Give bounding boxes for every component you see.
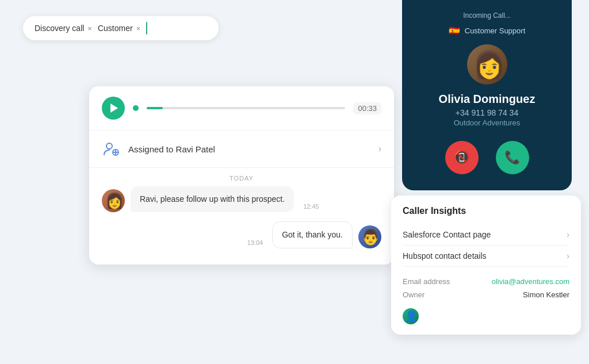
caller-phone: +34 911 98 74 34 xyxy=(416,108,558,117)
caller-insights-card: Caller Insights Salesforce Contact page … xyxy=(391,196,581,335)
caller-name: Olivia Dominguez xyxy=(416,93,558,106)
salesforce-link[interactable]: Salesforce Contact page › xyxy=(403,224,569,246)
tag-label-discovery: Discovery call xyxy=(35,24,84,33)
assigned-text: Assigned to Ravi Patel xyxy=(128,144,215,154)
assigned-row[interactable]: Assigned to Ravi Patel › xyxy=(89,131,394,168)
email-label: Email address xyxy=(403,277,450,286)
avatar-receiver xyxy=(358,225,381,248)
salesforce-chevron-icon: › xyxy=(567,230,569,239)
owner-avatar xyxy=(403,308,419,324)
decline-call-button[interactable]: 📵 xyxy=(445,141,479,174)
message-time-incoming: 12:45 xyxy=(303,203,319,212)
bubble-outgoing: Got it, thank you. xyxy=(272,221,353,248)
tag-customer[interactable]: Customer × xyxy=(98,24,140,33)
chevron-right-icon: › xyxy=(378,144,381,154)
tag-close-customer[interactable]: × xyxy=(136,25,141,32)
insights-title: Caller Insights xyxy=(403,206,569,216)
hubspot-link[interactable]: Hubspot contact details › xyxy=(403,246,569,267)
chat-card: 00:33 Assigned to Ravi Patel › TODAY Rav… xyxy=(89,86,394,265)
avatar-sender xyxy=(102,189,125,212)
caller-avatar xyxy=(467,44,507,85)
flag-icon: 🇪🇸 xyxy=(449,25,460,36)
hubspot-link-text: Hubspot contact details xyxy=(403,251,487,260)
svg-point-0 xyxy=(106,143,112,149)
search-tags-bar[interactable]: Discovery call × Customer × xyxy=(23,16,219,40)
accept-call-button[interactable]: 📞 xyxy=(496,141,529,174)
insights-avatar-row xyxy=(403,308,569,324)
tag-discovery-call[interactable]: Discovery call × xyxy=(35,24,92,33)
play-button[interactable] xyxy=(102,97,125,120)
owner-label: Owner xyxy=(403,290,424,299)
hubspot-chevron-icon: › xyxy=(567,251,569,260)
insights-details: Email address olivia@adventures.com Owne… xyxy=(403,275,569,324)
assigned-left: Assigned to Ravi Patel xyxy=(102,140,215,158)
caller-support-label: 🇪🇸 Customer Support xyxy=(416,25,558,36)
email-row: Email address olivia@adventures.com xyxy=(403,275,569,288)
audio-progress-fill xyxy=(147,107,163,109)
accept-phone-icon: 📞 xyxy=(504,150,520,165)
owner-row: Owner Simon Kestler xyxy=(403,288,569,301)
bubble-incoming: Ravi, please follow up with this prospec… xyxy=(131,186,294,212)
owner-value: Simon Kestler xyxy=(523,290,569,299)
incoming-call-label: Incoming Call... xyxy=(416,12,558,20)
decline-phone-icon: 📵 xyxy=(454,150,469,165)
message-row-incoming: Ravi, please follow up with this prospec… xyxy=(102,186,381,212)
audio-dot xyxy=(133,105,139,111)
email-value[interactable]: olivia@adventures.com xyxy=(492,277,569,286)
tag-label-customer: Customer xyxy=(98,24,133,33)
message-time-outgoing: 13:04 xyxy=(247,239,263,248)
incoming-call-card: Incoming Call... 🇪🇸 Customer Support Oli… xyxy=(402,0,572,190)
customer-support-text: Customer Support xyxy=(465,26,526,35)
message-row-outgoing: 13:04 Got it, thank you. xyxy=(102,221,381,248)
text-cursor xyxy=(146,22,147,35)
salesforce-link-text: Salesforce Contact page xyxy=(403,230,491,239)
tag-close-discovery[interactable]: × xyxy=(87,25,92,32)
messages-area: Ravi, please follow up with this prospec… xyxy=(89,186,394,265)
caller-company: Outdoor Adventures xyxy=(416,118,558,127)
audio-player[interactable]: 00:33 xyxy=(89,86,394,131)
audio-progress-bar[interactable] xyxy=(147,107,345,109)
play-icon xyxy=(110,104,118,113)
today-label: TODAY xyxy=(89,168,394,186)
call-actions: 📵 📞 xyxy=(416,141,558,174)
audio-time: 00:33 xyxy=(353,102,381,114)
assign-user-icon xyxy=(102,140,120,158)
